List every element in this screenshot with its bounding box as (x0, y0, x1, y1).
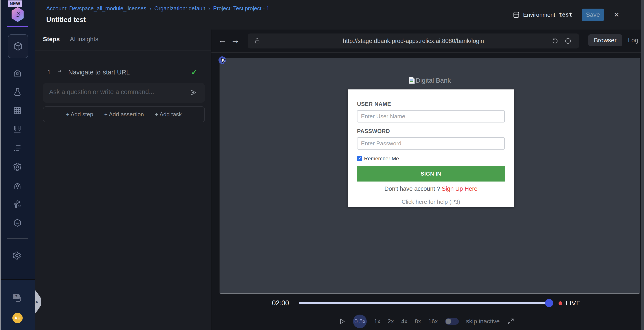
sidebar-divider (6, 238, 28, 239)
toggle-knob (446, 318, 451, 324)
skip-inactive-toggle[interactable] (445, 318, 459, 325)
integrations-hex-infinity-icon: ∞ (13, 218, 22, 228)
breadcrumb-project[interactable]: Project: Test project - 1 (213, 5, 269, 12)
tab-browser[interactable]: Browser (588, 34, 622, 46)
speed-16x[interactable]: 16x (428, 318, 438, 325)
sidebar-item-tests-active[interactable] (8, 34, 28, 58)
password-label: PASSWORD (357, 128, 505, 134)
add-task-button[interactable]: + Add task (154, 111, 183, 118)
breadcrumb-separator: › (149, 5, 151, 12)
flask-icon (13, 87, 22, 96)
timeline-track[interactable] (299, 302, 550, 304)
step-row[interactable]: 1 Navigate to start URL ✓ (35, 62, 211, 82)
sidebar-item-checklist[interactable] (12, 143, 23, 153)
sign-up-link[interactable]: Sign Up Here (442, 186, 478, 192)
speed-4x[interactable]: 4x (401, 318, 408, 325)
remember-me-checkbox[interactable]: ✓ (357, 156, 362, 161)
add-step-button[interactable]: + Add step (65, 111, 95, 118)
environment-value[interactable]: test (559, 12, 572, 18)
breadcrumb-organization[interactable]: Organization: default (154, 5, 205, 12)
sidebar-bottom-section: ? AU (0, 279, 35, 330)
broken-image-icon (409, 77, 415, 84)
grid-icon (13, 106, 22, 115)
help-link[interactable]: Click here for help (P3) (357, 198, 505, 205)
checklist-icon (13, 144, 22, 153)
remember-me-label: Remember Me (364, 156, 399, 162)
fullscreen-icon[interactable] (507, 318, 514, 325)
sidebar-item-home[interactable] (12, 68, 23, 78)
info-icon[interactable] (564, 37, 572, 45)
svg-text:?: ? (15, 294, 18, 299)
command-placeholder: Ask a question or write a command... (49, 88, 154, 96)
divider (35, 50, 211, 50)
sidebar-item-lab[interactable] (12, 86, 23, 97)
help-chat-button[interactable]: ? (12, 293, 23, 303)
sidebar-item-test-runs[interactable] (12, 124, 23, 134)
site-logo-alt-text: Digital Bank (416, 77, 451, 84)
url-text[interactable]: http://stage.dbank.prod-apps.relicx.ai:8… (248, 34, 579, 48)
sidebar-nav: ∞ (0, 68, 35, 228)
playback-timeline: 02:00 LIVE (212, 296, 641, 310)
username-label: USER NAME (357, 101, 505, 107)
breadcrumb: Account: Devspace_all_module_licenses › … (46, 5, 269, 12)
sidebar-item-sessions[interactable] (12, 180, 23, 191)
signup-row: Don't have account ? Sign Up Here (357, 186, 505, 192)
speed-1x[interactable]: 1x (374, 318, 380, 325)
close-icon[interactable]: ✕ (614, 11, 619, 19)
tab-ai-insights[interactable]: AI insights (70, 36, 98, 43)
playback-controls: 0.5x 1x 2x 4x 8x 16x skip inactive (212, 314, 641, 329)
skip-inactive-label: skip inactive (466, 318, 500, 325)
breadcrumb-account[interactable]: Account: Devspace_all_module_licenses (46, 5, 146, 12)
steps-panel: Steps AI insights 1 Navigate to start UR… (35, 30, 212, 330)
steps-tabs: Steps AI insights (43, 36, 98, 43)
rocket-icon (13, 181, 22, 190)
sidebar-divider (6, 275, 28, 275)
remember-me-row: ✓ Remember Me (357, 156, 505, 162)
window-edge (0, 0, 1, 330)
sidebar: NEW (0, 0, 35, 330)
environment-label[interactable]: Environment (523, 12, 555, 18)
start-url-link[interactable]: start URL (103, 69, 130, 76)
sidebar-item-admin-settings[interactable] (12, 251, 21, 260)
tab-steps[interactable]: Steps (43, 36, 60, 43)
play-icon[interactable] (338, 317, 346, 326)
header-actions: Environment test Save ✕ (512, 8, 619, 21)
speed-8x[interactable]: 8x (415, 318, 421, 325)
tab-log[interactable]: Log (628, 37, 640, 44)
sign-in-button[interactable]: SIGN IN (357, 166, 505, 182)
password-field[interactable] (357, 137, 505, 150)
forward-arrow-icon[interactable]: → (231, 35, 240, 45)
speed-2x[interactable]: 2x (388, 318, 394, 325)
new-badge: NEW (8, 0, 22, 7)
home-icon (13, 68, 22, 78)
save-button[interactable]: Save (582, 8, 604, 21)
settings-gear-icon (12, 251, 21, 260)
browser-viewport: Digital Bank USER NAME PASSWORD ✓ Rememb… (220, 58, 640, 294)
browser-pane: ← → http://stage.dbank.prod-apps.relicx.… (212, 30, 641, 330)
back-arrow-icon[interactable]: ← (218, 35, 227, 45)
send-icon[interactable] (190, 89, 197, 96)
sidebar-item-integrations[interactable]: ∞ (12, 218, 23, 228)
settings-gear-icon (13, 162, 22, 172)
sidebar-item-settings[interactable] (12, 162, 23, 172)
url-bar[interactable]: http://stage.dbank.prod-apps.relicx.ai:8… (248, 34, 579, 48)
elapsed-time: 02:00 (272, 299, 289, 307)
handle-arrow-icon: ▶ (36, 300, 38, 304)
add-assertion-button[interactable]: + Add assertion (103, 111, 145, 118)
sidebar-item-slack[interactable] (12, 199, 23, 210)
command-input[interactable]: Ask a question or write a command... (43, 83, 205, 103)
app-logo[interactable] (11, 7, 24, 22)
refresh-icon[interactable] (552, 37, 559, 45)
window-scrollbar[interactable] (641, 0, 644, 330)
test-tubes-icon (13, 125, 22, 134)
step-index: 1 (47, 69, 51, 76)
user-avatar[interactable]: AU (12, 313, 23, 323)
top-header: Account: Devspace_all_module_licenses › … (35, 0, 641, 30)
timeline-thumb[interactable] (545, 299, 553, 307)
login-card: USER NAME PASSWORD ✓ Remember Me SIGN IN… (348, 90, 514, 207)
username-field[interactable] (357, 110, 505, 122)
live-label: LIVE (566, 300, 581, 307)
speed-0.5x[interactable]: 0.5x (353, 314, 367, 328)
sidebar-item-grid[interactable] (12, 105, 23, 116)
live-dot (558, 301, 562, 305)
